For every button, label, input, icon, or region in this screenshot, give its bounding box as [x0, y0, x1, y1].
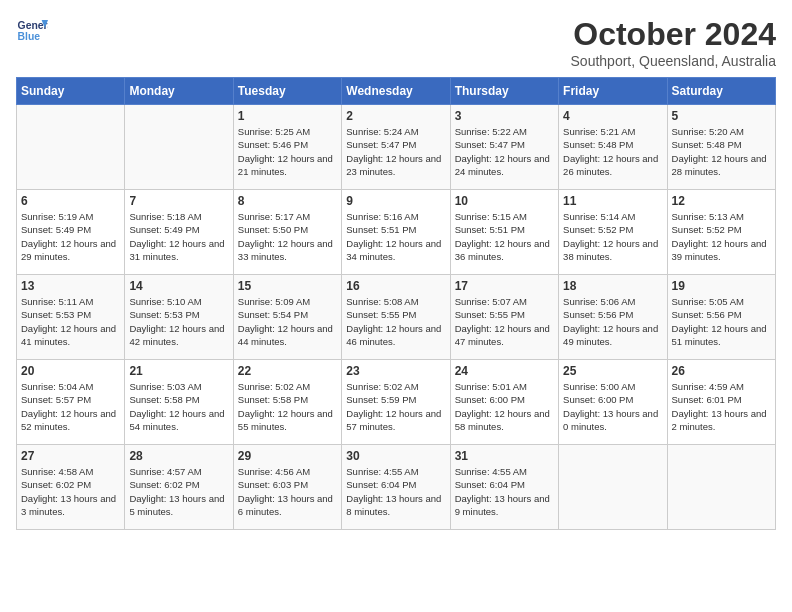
cell-content: Sunrise: 5:16 AMSunset: 5:51 PMDaylight:… [346, 210, 445, 263]
page-header: General Blue October 2024 Southport, Que… [16, 16, 776, 69]
day-number: 8 [238, 194, 337, 208]
cell-content: Sunrise: 4:57 AMSunset: 6:02 PMDaylight:… [129, 465, 228, 518]
location-subtitle: Southport, Queensland, Australia [571, 53, 776, 69]
calendar-table: SundayMondayTuesdayWednesdayThursdayFrid… [16, 77, 776, 530]
cell-content: Sunrise: 5:06 AMSunset: 5:56 PMDaylight:… [563, 295, 662, 348]
day-number: 26 [672, 364, 771, 378]
cell-content: Sunrise: 4:55 AMSunset: 6:04 PMDaylight:… [455, 465, 554, 518]
cell-content: Sunrise: 5:24 AMSunset: 5:47 PMDaylight:… [346, 125, 445, 178]
cell-content: Sunrise: 5:09 AMSunset: 5:54 PMDaylight:… [238, 295, 337, 348]
cell-content: Sunrise: 5:10 AMSunset: 5:53 PMDaylight:… [129, 295, 228, 348]
calendar-body: 1Sunrise: 5:25 AMSunset: 5:46 PMDaylight… [17, 105, 776, 530]
day-number: 1 [238, 109, 337, 123]
day-number: 3 [455, 109, 554, 123]
cell-content: Sunrise: 5:18 AMSunset: 5:49 PMDaylight:… [129, 210, 228, 263]
cell-content: Sunrise: 5:01 AMSunset: 6:00 PMDaylight:… [455, 380, 554, 433]
day-number: 28 [129, 449, 228, 463]
calendar-cell: 25Sunrise: 5:00 AMSunset: 6:00 PMDayligh… [559, 360, 667, 445]
weekday-header: Wednesday [342, 78, 450, 105]
weekday-header: Sunday [17, 78, 125, 105]
calendar-cell: 9Sunrise: 5:16 AMSunset: 5:51 PMDaylight… [342, 190, 450, 275]
cell-content: Sunrise: 5:21 AMSunset: 5:48 PMDaylight:… [563, 125, 662, 178]
day-number: 29 [238, 449, 337, 463]
title-section: October 2024 Southport, Queensland, Aust… [571, 16, 776, 69]
day-number: 30 [346, 449, 445, 463]
day-number: 7 [129, 194, 228, 208]
calendar-cell: 29Sunrise: 4:56 AMSunset: 6:03 PMDayligh… [233, 445, 341, 530]
calendar-cell: 5Sunrise: 5:20 AMSunset: 5:48 PMDaylight… [667, 105, 775, 190]
calendar-cell: 20Sunrise: 5:04 AMSunset: 5:57 PMDayligh… [17, 360, 125, 445]
day-number: 15 [238, 279, 337, 293]
day-number: 21 [129, 364, 228, 378]
calendar-cell: 21Sunrise: 5:03 AMSunset: 5:58 PMDayligh… [125, 360, 233, 445]
calendar-cell: 22Sunrise: 5:02 AMSunset: 5:58 PMDayligh… [233, 360, 341, 445]
day-number: 12 [672, 194, 771, 208]
weekday-header: Saturday [667, 78, 775, 105]
calendar-cell: 30Sunrise: 4:55 AMSunset: 6:04 PMDayligh… [342, 445, 450, 530]
cell-content: Sunrise: 5:04 AMSunset: 5:57 PMDaylight:… [21, 380, 120, 433]
weekday-header: Tuesday [233, 78, 341, 105]
calendar-week-row: 20Sunrise: 5:04 AMSunset: 5:57 PMDayligh… [17, 360, 776, 445]
calendar-cell: 13Sunrise: 5:11 AMSunset: 5:53 PMDayligh… [17, 275, 125, 360]
calendar-cell: 28Sunrise: 4:57 AMSunset: 6:02 PMDayligh… [125, 445, 233, 530]
calendar-cell: 3Sunrise: 5:22 AMSunset: 5:47 PMDaylight… [450, 105, 558, 190]
cell-content: Sunrise: 5:03 AMSunset: 5:58 PMDaylight:… [129, 380, 228, 433]
calendar-cell: 2Sunrise: 5:24 AMSunset: 5:47 PMDaylight… [342, 105, 450, 190]
day-number: 24 [455, 364, 554, 378]
calendar-week-row: 6Sunrise: 5:19 AMSunset: 5:49 PMDaylight… [17, 190, 776, 275]
cell-content: Sunrise: 5:15 AMSunset: 5:51 PMDaylight:… [455, 210, 554, 263]
day-number: 16 [346, 279, 445, 293]
calendar-cell: 27Sunrise: 4:58 AMSunset: 6:02 PMDayligh… [17, 445, 125, 530]
day-number: 22 [238, 364, 337, 378]
logo-icon: General Blue [16, 16, 48, 44]
day-number: 14 [129, 279, 228, 293]
calendar-cell: 7Sunrise: 5:18 AMSunset: 5:49 PMDaylight… [125, 190, 233, 275]
day-number: 2 [346, 109, 445, 123]
cell-content: Sunrise: 5:08 AMSunset: 5:55 PMDaylight:… [346, 295, 445, 348]
cell-content: Sunrise: 5:02 AMSunset: 5:58 PMDaylight:… [238, 380, 337, 433]
cell-content: Sunrise: 4:56 AMSunset: 6:03 PMDaylight:… [238, 465, 337, 518]
day-number: 13 [21, 279, 120, 293]
day-number: 18 [563, 279, 662, 293]
cell-content: Sunrise: 5:11 AMSunset: 5:53 PMDaylight:… [21, 295, 120, 348]
calendar-cell: 14Sunrise: 5:10 AMSunset: 5:53 PMDayligh… [125, 275, 233, 360]
calendar-cell [559, 445, 667, 530]
calendar-cell: 23Sunrise: 5:02 AMSunset: 5:59 PMDayligh… [342, 360, 450, 445]
calendar-week-row: 13Sunrise: 5:11 AMSunset: 5:53 PMDayligh… [17, 275, 776, 360]
logo: General Blue [16, 16, 48, 44]
calendar-cell: 10Sunrise: 5:15 AMSunset: 5:51 PMDayligh… [450, 190, 558, 275]
cell-content: Sunrise: 5:02 AMSunset: 5:59 PMDaylight:… [346, 380, 445, 433]
day-number: 10 [455, 194, 554, 208]
day-number: 11 [563, 194, 662, 208]
day-number: 23 [346, 364, 445, 378]
calendar-cell: 4Sunrise: 5:21 AMSunset: 5:48 PMDaylight… [559, 105, 667, 190]
calendar-week-row: 1Sunrise: 5:25 AMSunset: 5:46 PMDaylight… [17, 105, 776, 190]
cell-content: Sunrise: 5:07 AMSunset: 5:55 PMDaylight:… [455, 295, 554, 348]
calendar-cell: 17Sunrise: 5:07 AMSunset: 5:55 PMDayligh… [450, 275, 558, 360]
calendar-cell [125, 105, 233, 190]
calendar-cell: 18Sunrise: 5:06 AMSunset: 5:56 PMDayligh… [559, 275, 667, 360]
svg-text:Blue: Blue [18, 31, 41, 42]
cell-content: Sunrise: 4:55 AMSunset: 6:04 PMDaylight:… [346, 465, 445, 518]
calendar-header-row: SundayMondayTuesdayWednesdayThursdayFrid… [17, 78, 776, 105]
cell-content: Sunrise: 5:19 AMSunset: 5:49 PMDaylight:… [21, 210, 120, 263]
cell-content: Sunrise: 5:05 AMSunset: 5:56 PMDaylight:… [672, 295, 771, 348]
day-number: 17 [455, 279, 554, 293]
cell-content: Sunrise: 4:58 AMSunset: 6:02 PMDaylight:… [21, 465, 120, 518]
day-number: 9 [346, 194, 445, 208]
month-title: October 2024 [571, 16, 776, 53]
calendar-cell [667, 445, 775, 530]
calendar-cell: 16Sunrise: 5:08 AMSunset: 5:55 PMDayligh… [342, 275, 450, 360]
cell-content: Sunrise: 4:59 AMSunset: 6:01 PMDaylight:… [672, 380, 771, 433]
cell-content: Sunrise: 5:17 AMSunset: 5:50 PMDaylight:… [238, 210, 337, 263]
day-number: 31 [455, 449, 554, 463]
calendar-cell: 6Sunrise: 5:19 AMSunset: 5:49 PMDaylight… [17, 190, 125, 275]
calendar-cell: 31Sunrise: 4:55 AMSunset: 6:04 PMDayligh… [450, 445, 558, 530]
cell-content: Sunrise: 5:14 AMSunset: 5:52 PMDaylight:… [563, 210, 662, 263]
calendar-week-row: 27Sunrise: 4:58 AMSunset: 6:02 PMDayligh… [17, 445, 776, 530]
weekday-header: Monday [125, 78, 233, 105]
day-number: 27 [21, 449, 120, 463]
calendar-cell: 15Sunrise: 5:09 AMSunset: 5:54 PMDayligh… [233, 275, 341, 360]
weekday-header: Thursday [450, 78, 558, 105]
day-number: 25 [563, 364, 662, 378]
